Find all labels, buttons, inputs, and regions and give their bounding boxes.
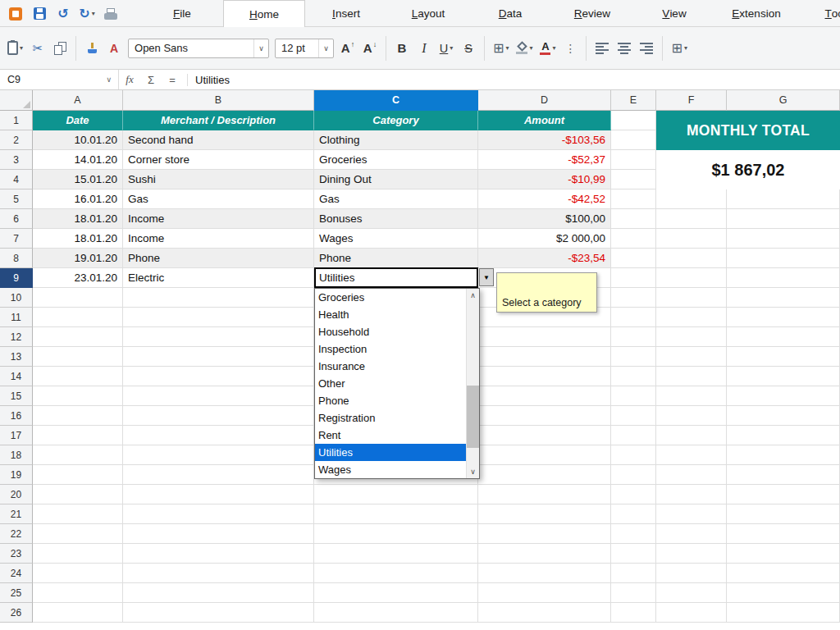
dropdown-item-rent[interactable]: Rent: [315, 427, 466, 444]
cell-F11[interactable]: [656, 308, 727, 327]
cell-A20[interactable]: [33, 485, 123, 504]
cell-F26[interactable]: [656, 603, 727, 623]
decrease-font-button[interactable]: A↓: [359, 34, 381, 62]
cell-B12[interactable]: [123, 327, 314, 347]
cell-G8[interactable]: [727, 249, 840, 268]
cell-G25[interactable]: [727, 583, 840, 603]
cell-G9[interactable]: [727, 268, 840, 288]
cell-B5[interactable]: Gas: [123, 189, 314, 209]
tab-file[interactable]: File: [141, 0, 223, 27]
cell-A8[interactable]: 19.01.20: [33, 249, 123, 268]
scroll-up-button[interactable]: ∧: [467, 289, 479, 302]
cell-A16[interactable]: [33, 406, 123, 426]
fill-color-button[interactable]: ▾: [513, 34, 536, 62]
column-header-F[interactable]: F: [656, 90, 727, 111]
cell-F19[interactable]: [656, 465, 727, 485]
cell-B13[interactable]: [123, 347, 314, 367]
align-center-button[interactable]: [614, 34, 635, 62]
cell-B6[interactable]: Income: [123, 209, 314, 229]
cell-E16[interactable]: [611, 406, 656, 426]
cell-F6[interactable]: [656, 209, 727, 229]
align-left-button[interactable]: [591, 34, 613, 62]
cell-B21[interactable]: [123, 504, 314, 524]
cell-A18[interactable]: [33, 445, 123, 465]
font-name-select[interactable]: Open Sans ∨: [128, 39, 269, 58]
cell-G10[interactable]: [727, 288, 840, 308]
cell-B20[interactable]: [123, 485, 314, 504]
cell-D14[interactable]: [478, 367, 611, 386]
cell-F20[interactable]: [656, 485, 727, 504]
column-header-B[interactable]: B: [123, 90, 314, 111]
scroll-down-button[interactable]: ∨: [467, 465, 479, 478]
tab-review[interactable]: Review: [551, 0, 633, 27]
row-header-21[interactable]: 21: [0, 504, 33, 524]
cell-A14[interactable]: [33, 367, 123, 386]
font-size-select[interactable]: 12 pt ∨: [275, 39, 334, 58]
cell-F17[interactable]: [656, 426, 727, 445]
cell-C26[interactable]: [314, 603, 478, 623]
cell-E21[interactable]: [611, 504, 656, 524]
cell-B15[interactable]: [123, 386, 314, 406]
cell-C1[interactable]: Category: [314, 111, 478, 130]
cell-B17[interactable]: [123, 426, 314, 445]
cell-D7[interactable]: $2 000,00: [478, 229, 611, 249]
cell-name-box[interactable]: C9 ∨: [0, 70, 119, 89]
cell-G24[interactable]: [727, 564, 840, 583]
cell-A9[interactable]: 23.01.20: [33, 268, 123, 288]
dropdown-item-household[interactable]: Household: [315, 323, 466, 340]
merge-cells-button[interactable]: ⊞▾: [668, 34, 690, 62]
dropdown-item-phone[interactable]: Phone: [315, 392, 466, 409]
column-header-E[interactable]: E: [611, 90, 656, 111]
cell-G22[interactable]: [727, 524, 840, 544]
row-header-6[interactable]: 6: [0, 209, 33, 229]
cell-E23[interactable]: [611, 544, 656, 564]
cell-D18[interactable]: [478, 445, 611, 465]
cell-G16[interactable]: [727, 406, 840, 426]
dropdown-item-registration[interactable]: Registration: [315, 409, 466, 427]
dropdown-item-utilities[interactable]: Utilities: [315, 444, 466, 461]
cell-G15[interactable]: [727, 386, 840, 406]
row-header-22[interactable]: 22: [0, 524, 33, 544]
row-header-17[interactable]: 17: [0, 426, 33, 445]
insert-function-button[interactable]: fx: [119, 70, 140, 89]
cell-E10[interactable]: [611, 288, 656, 308]
dropdown-item-inspection[interactable]: Inspection: [315, 340, 466, 358]
cell-G19[interactable]: [727, 465, 840, 485]
cell-E15[interactable]: [611, 386, 656, 406]
cell-D1[interactable]: Amount: [478, 111, 611, 130]
cell-F9[interactable]: [656, 268, 727, 288]
cell-A4[interactable]: 15.01.20: [33, 170, 123, 189]
cell-G12[interactable]: [727, 327, 840, 347]
equals-button[interactable]: =: [162, 70, 183, 89]
cell-C2[interactable]: Clothing: [314, 130, 478, 150]
strikethrough-button[interactable]: S: [458, 34, 479, 62]
cell-A12[interactable]: [33, 327, 123, 347]
cell-F12[interactable]: [656, 327, 727, 347]
cell-G20[interactable]: [727, 485, 840, 504]
cell-F10[interactable]: [656, 288, 727, 308]
cell-B19[interactable]: [123, 465, 314, 485]
app-menu-button[interactable]: [7, 4, 25, 24]
cell-G21[interactable]: [727, 504, 840, 524]
cell-B22[interactable]: [123, 524, 314, 544]
print-button[interactable]: [102, 4, 120, 24]
cell-E14[interactable]: [611, 367, 656, 386]
save-button[interactable]: [30, 4, 48, 24]
cell-E1[interactable]: [611, 111, 656, 130]
tab-home[interactable]: Home: [223, 0, 305, 27]
cell-C21[interactable]: [314, 504, 478, 524]
borders-button[interactable]: ⊞▾: [490, 34, 512, 62]
row-header-19[interactable]: 19: [0, 465, 33, 485]
cell-G14[interactable]: [727, 367, 840, 386]
scrollbar-thumb[interactable]: [467, 386, 479, 448]
increase-font-button[interactable]: A↑: [337, 34, 358, 62]
row-header-13[interactable]: 13: [0, 347, 33, 367]
cell-F14[interactable]: [656, 367, 727, 386]
cell-A19[interactable]: [33, 465, 123, 485]
cell-F22[interactable]: [656, 524, 727, 544]
dropdown-item-other[interactable]: Other: [315, 375, 466, 392]
tab-tools[interactable]: Tools: [797, 0, 840, 27]
cell-D17[interactable]: [478, 426, 611, 445]
cell-E6[interactable]: [611, 209, 656, 229]
cell-B2[interactable]: Second hand: [123, 130, 314, 150]
